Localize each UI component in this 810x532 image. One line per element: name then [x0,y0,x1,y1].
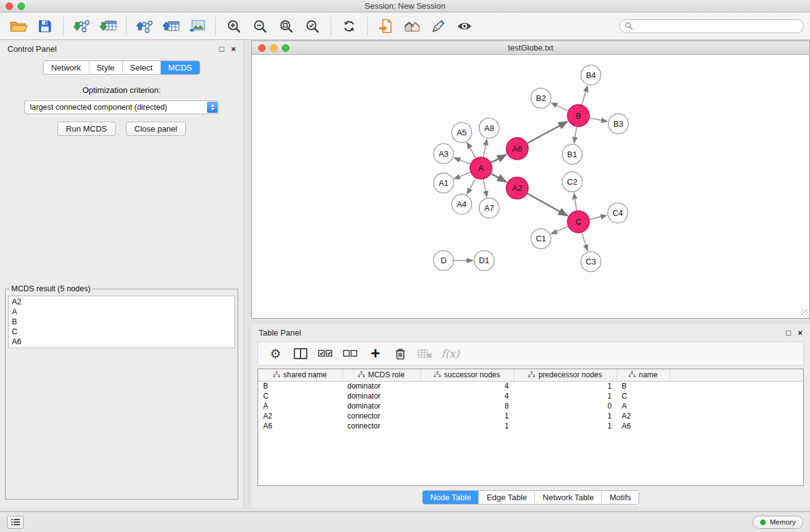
graph-node-A2[interactable] [506,177,528,199]
export-table-button[interactable] [158,14,183,38]
table-cell[interactable]: 8 [420,401,514,411]
tab-mcds[interactable]: MCDS [160,61,200,74]
zoom-in-button[interactable] [221,14,246,38]
graph-edge-A-A8[interactable] [483,139,487,157]
mcds-result-item[interactable]: A6 [12,337,231,347]
table-cell[interactable]: A6 [617,421,670,431]
table-row[interactable]: Bdominator41B [258,381,803,391]
graph-edge-C-C2[interactable] [574,193,576,210]
resize-grip[interactable] [801,309,809,317]
table-cell[interactable]: 1 [420,411,514,421]
table-cell[interactable]: A2 [258,411,342,421]
graph-node-B4[interactable] [581,65,601,85]
table-cell[interactable]: A [258,401,342,411]
annotation-pen-button[interactable] [426,14,451,38]
refresh-button[interactable] [337,14,362,38]
graph-edge-C-C1[interactable] [551,226,568,234]
zoom-fit-button[interactable] [274,14,299,38]
tab-edge-table[interactable]: Edge Table [478,491,534,504]
table-cell[interactable]: 1 [514,381,617,391]
delete-column-button[interactable] [389,344,412,363]
column-header-successor-nodes[interactable]: successor nodes [420,369,514,381]
tab-style[interactable]: Style [89,61,122,74]
network-graph[interactable]: B4B2BB3A5A8A6B1A3AA1C2A2A4A7C4C1CC3DD1 [252,55,809,318]
graph-node-C1[interactable] [531,229,551,249]
graph-node-C[interactable] [567,211,589,233]
graph-edge-C-C3[interactable] [582,233,587,251]
graph-node-A8[interactable] [479,118,499,138]
table-cell[interactable]: dominator [342,391,420,401]
graph-edge-B-B1[interactable] [574,127,576,143]
graph-edge-B-B2[interactable] [551,103,568,111]
table-cell[interactable]: 4 [420,391,514,401]
table-settings-button[interactable]: ⚙ [264,344,287,363]
column-header-name[interactable]: name [617,369,670,381]
column-header-MCDS-role[interactable]: MCDS role [342,369,420,381]
minimize-network-icon[interactable] [270,44,277,52]
zoom-window-icon[interactable] [17,2,25,10]
network-canvas[interactable]: B4B2BB3A5A8A6B1A3AA1C2A2A4A7C4C1CC3DD1 [252,55,809,318]
open-session-button[interactable] [6,14,31,38]
tab-node-table[interactable]: Node Table [423,491,479,504]
column-header-predecessor-nodes[interactable]: predecessor nodes [514,369,617,381]
close-panel-button[interactable]: Close panel [126,122,186,136]
table-cell[interactable]: connector [342,421,420,431]
graph-edge-B-B3[interactable] [590,118,607,122]
table-cell[interactable]: 1 [514,391,617,401]
graph-edge-A-A3[interactable] [454,158,470,164]
mcds-result-list[interactable]: A2ABCA6 [8,296,235,348]
graph-edge-A-A6[interactable] [491,155,507,163]
zoom-network-icon[interactable] [282,44,289,52]
graph-node-B[interactable] [567,105,589,127]
save-session-button[interactable] [32,14,57,38]
open-file-button[interactable] [374,14,398,38]
show-column-button[interactable] [289,344,312,363]
search-input[interactable] [636,22,798,31]
table-cell[interactable]: B [617,381,670,391]
task-history-button[interactable] [7,516,24,529]
table-cell[interactable]: A6 [258,421,342,431]
table-cell[interactable]: 1 [420,421,514,431]
graph-node-B3[interactable] [609,114,629,133]
graph-node-D[interactable] [433,251,453,271]
graph-node-A3[interactable] [433,143,453,163]
graph-node-A7[interactable] [479,198,499,218]
table-cell[interactable]: B [258,381,342,391]
tab-motifs[interactable]: Motifs [601,491,639,504]
graph-node-C3[interactable] [581,252,601,272]
float-panel-icon[interactable]: □ [786,329,791,337]
graph-node-C4[interactable] [608,203,628,223]
table-cell[interactable]: connector [342,411,420,421]
column-header-shared-name[interactable]: shared name [258,369,342,381]
graph-edge-B-B4[interactable] [582,86,587,105]
graph-edge-A2-C[interactable] [528,193,568,216]
memory-button[interactable]: Memory [753,516,803,529]
graph-node-D1[interactable] [474,251,494,271]
mcds-result-item[interactable]: A [12,307,231,317]
select-all-button[interactable] [314,344,337,363]
graph-edge-A-A4[interactable] [467,178,476,195]
graph-node-A4[interactable] [451,195,471,215]
mcds-result-item[interactable]: A2 [12,297,231,307]
show-details-button[interactable] [452,14,477,38]
table-cell[interactable]: dominator [342,401,420,411]
table-cell[interactable]: 1 [514,421,617,431]
zoom-selected-button[interactable] [300,14,325,38]
table-cell[interactable]: A2 [617,411,670,421]
table-cell[interactable]: 4 [420,381,514,391]
graph-node-A5[interactable] [451,122,471,142]
import-table-button[interactable] [95,14,120,38]
table-row[interactable]: A2connector11A2 [258,411,803,421]
delete-table-button[interactable] [414,344,436,363]
graph-edge-A-A2[interactable] [491,173,507,182]
mcds-result-item[interactable]: C [12,327,231,337]
run-mcds-button[interactable]: Run MCDS [57,122,116,136]
deselect-all-button[interactable] [339,344,362,363]
table-cell[interactable]: dominator [342,381,420,391]
graph-edge-A-A5[interactable] [467,142,476,158]
table-row[interactable]: Cdominator41C [258,391,803,401]
close-network-icon[interactable] [258,44,266,52]
graph-node-B2[interactable] [531,88,551,108]
close-window-icon[interactable] [6,2,13,10]
graph-edge-A-A1[interactable] [454,172,470,178]
